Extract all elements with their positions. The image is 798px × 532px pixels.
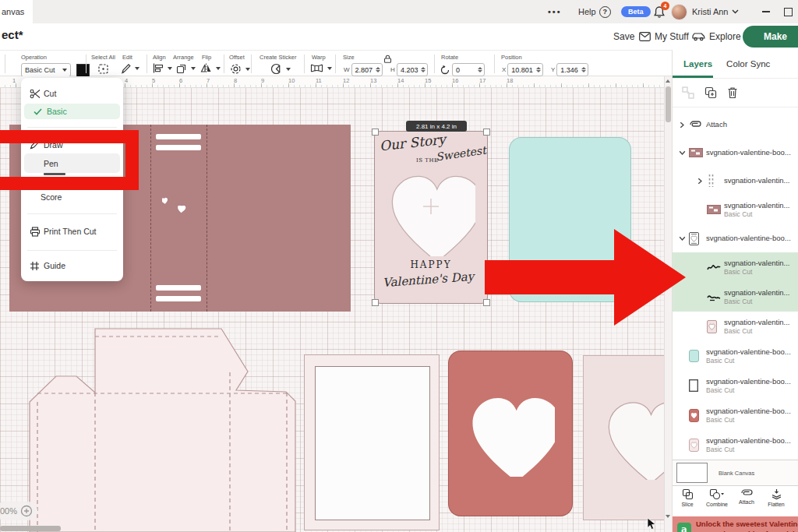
flip-button[interactable]: [200, 63, 221, 73]
user-menu[interactable]: Kristi Ann: [692, 0, 739, 23]
tab-layers[interactable]: Layers: [683, 59, 712, 69]
menu-item-guide[interactable]: Guide: [21, 258, 123, 273]
chevron-right-icon[interactable]: [697, 178, 707, 185]
fold-line: [150, 125, 151, 312]
access-upsell-banner[interactable]: a Unlock the sweetest Valentine Day proj…: [673, 516, 798, 532]
combine-button[interactable]: Combine: [702, 488, 732, 507]
menu-item-cut[interactable]: Cut: [21, 86, 123, 101]
tab-color-sync[interactable]: Color Sync: [726, 59, 770, 69]
selection-handle[interactable]: [483, 129, 490, 136]
more-options-button[interactable]: •••: [548, 0, 562, 23]
arrange-icon: [176, 63, 187, 74]
slice-button[interactable]: Slice: [673, 488, 702, 507]
arrange-button[interactable]: [176, 63, 196, 74]
paperclip-icon: [689, 120, 706, 129]
user-avatar[interactable]: [671, 0, 687, 23]
layer-row[interactable]: svgnation-valentin...Basic Cut: [673, 282, 798, 312]
zoom-in-icon[interactable]: [20, 505, 33, 517]
frame-card-shape[interactable]: [304, 354, 440, 530]
selection-handle[interactable]: [372, 299, 379, 306]
selection-handle[interactable]: [483, 299, 490, 306]
align-button[interactable]: [153, 63, 172, 73]
layer-row[interactable]: svgnation-valentine-boo...Basic Cut: [673, 341, 798, 371]
help-button[interactable]: Help ?: [578, 0, 611, 23]
help-label: Help: [578, 7, 596, 16]
maximize-button[interactable]: [784, 0, 793, 23]
layer-label: svgnation-valentin...: [724, 176, 790, 185]
layer-operation-label: Basic Cut: [724, 327, 790, 336]
chevron-down-icon[interactable]: [679, 150, 689, 156]
rose-heart-card-shape[interactable]: [448, 351, 573, 516]
chevron-right-icon[interactable]: [679, 122, 689, 129]
duplicate-icon[interactable]: [704, 86, 717, 99]
rotate-field[interactable]: 0: [452, 63, 485, 76]
selection-handle[interactable]: [372, 129, 379, 136]
layer-row[interactable]: svgnation-valentin...Basic Cut: [673, 195, 798, 224]
heart-cutout: [176, 206, 203, 231]
pen-squiggle-2-icon: [707, 292, 724, 301]
attach-button[interactable]: Attach: [732, 488, 761, 505]
layer-row[interactable]: svgnation-valentine-boo...Basic Cut: [673, 400, 798, 430]
x-field[interactable]: 10.801: [507, 63, 543, 76]
layer-row[interactable]: svgnation-valentine-boo...Basic Cut: [673, 430, 798, 460]
make-button[interactable]: Make: [743, 26, 798, 48]
horizontal-scrollbar[interactable]: [0, 526, 61, 531]
scissors-icon: [29, 89, 41, 99]
tab-canvas[interactable]: anvas: [0, 0, 33, 23]
menu-item-score[interactable]: Score: [21, 190, 123, 204]
pink-heart-card-shape[interactable]: [583, 355, 672, 520]
lock-icon[interactable]: [383, 55, 392, 63]
stepper-icon[interactable]: [376, 67, 380, 72]
card-text: HAPPY: [375, 259, 487, 270]
banner-text: Unlock the sweetest Valentine Day projec…: [696, 520, 798, 532]
layer-label: svgnation-valentin...: [724, 259, 790, 268]
save-button[interactable]: Save: [613, 23, 634, 50]
height-field[interactable]: 4.203: [397, 63, 429, 76]
rotate-icon[interactable]: [440, 65, 450, 76]
operation-select[interactable]: Basic Cut: [21, 63, 71, 77]
scroll-up-icon[interactable]: [666, 79, 670, 83]
layer-row[interactable]: svgnation-valentine-boo...: [673, 139, 798, 167]
our-story-card[interactable]: Our Story IS THE Sweetest HAPPY Valentin…: [374, 131, 488, 304]
stepper-icon[interactable]: [536, 67, 541, 72]
select-all-button[interactable]: [97, 63, 109, 75]
notifications-button[interactable]: 4: [653, 0, 666, 23]
trash-icon[interactable]: [727, 86, 738, 99]
chevron-down-icon[interactable]: [679, 235, 689, 241]
vertical-scrollbar[interactable]: [664, 76, 672, 532]
layer-row[interactable]: svgnation-valentine-boo...Basic Cut: [673, 371, 798, 400]
stepper-icon[interactable]: [478, 67, 482, 72]
edit-button[interactable]: [121, 63, 139, 74]
menu-item-basic[interactable]: Basic: [24, 104, 120, 119]
zoom-value: 00%: [0, 506, 17, 516]
my-stuff-button[interactable]: My Stuff: [639, 23, 689, 50]
minimize-button[interactable]: [762, 0, 770, 23]
explore-button[interactable]: Explore: [692, 23, 741, 50]
avatar: [671, 4, 687, 20]
stepper-icon[interactable]: [581, 67, 586, 72]
layer-label: svgnation-valentine-boo...: [706, 377, 791, 386]
layer-row[interactable]: svgnation-valentine-boo...: [673, 224, 798, 252]
layer-row[interactable]: svgnation-valentin...Basic Cut: [673, 312, 798, 341]
box-template-shape[interactable]: [23, 326, 301, 532]
stepper-icon[interactable]: [421, 67, 425, 72]
menu-item-print-then-cut[interactable]: Print Then Cut: [21, 224, 123, 239]
teal-card-shape[interactable]: [509, 137, 631, 302]
width-field[interactable]: 2.807: [351, 63, 383, 76]
scroll-down-icon[interactable]: [666, 515, 670, 518]
color-swatch[interactable]: [76, 64, 90, 77]
layer-row[interactable]: svgnation-valentin...: [673, 167, 798, 195]
layer-row[interactable]: svgnation-valentin...Basic Cut: [673, 252, 798, 282]
scrollbar-thumb[interactable]: [666, 86, 671, 122]
thumb-card-outline-icon: [689, 232, 706, 245]
layer-row[interactable]: Attach: [673, 111, 798, 139]
zoom-control[interactable]: 00%: [0, 502, 37, 520]
ruler-number: 15: [425, 77, 431, 84]
create-sticker-button[interactable]: [270, 63, 291, 75]
blank-canvas-row[interactable]: Blank Canvas: [673, 460, 798, 486]
warp-button[interactable]: [310, 63, 332, 73]
y-field[interactable]: 1.346: [556, 63, 588, 76]
offset-button[interactable]: [230, 63, 250, 75]
flatten-button[interactable]: Flatten: [761, 488, 791, 507]
thumb-pink-heart-outline-icon: [689, 439, 706, 452]
